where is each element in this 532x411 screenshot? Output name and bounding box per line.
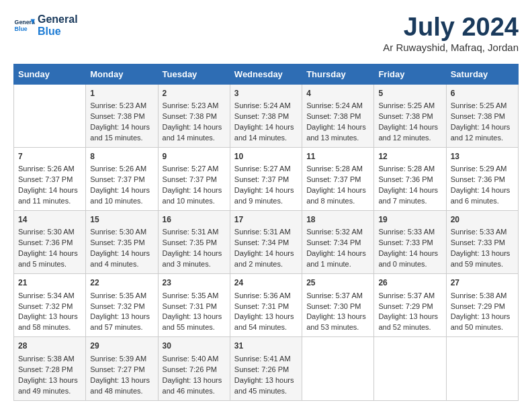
day-info: and 57 minutes. (90, 322, 153, 333)
day-info: Daylight: 14 hours (90, 122, 153, 133)
day-info: Daylight: 14 hours (306, 248, 369, 259)
calendar-cell: 15Sunrise: 5:30 AMSunset: 7:35 PMDayligh… (86, 211, 158, 274)
day-info: Sunset: 7:37 PM (163, 175, 226, 185)
day-info: Sunset: 7:26 PM (234, 365, 298, 375)
day-info: Daylight: 14 hours (306, 185, 369, 196)
day-info: Daylight: 14 hours (90, 185, 153, 196)
calendar-cell: 18Sunrise: 5:32 AMSunset: 7:34 PMDayligh… (302, 211, 374, 274)
day-info: and 53 minutes. (306, 322, 369, 333)
day-info: Sunrise: 5:36 AM (234, 291, 298, 302)
weekday-header-tuesday: Tuesday (158, 64, 230, 84)
calendar-cell: 27Sunrise: 5:38 AMSunset: 7:29 PMDayligh… (446, 274, 518, 337)
day-info: Sunrise: 5:28 AM (306, 164, 369, 175)
day-info: Daylight: 14 hours (306, 122, 369, 133)
day-info: Daylight: 14 hours (234, 185, 298, 196)
day-info: Sunrise: 5:37 AM (378, 291, 441, 302)
calendar-cell: 17Sunrise: 5:31 AMSunset: 7:34 PMDayligh… (230, 211, 302, 274)
day-info: Sunset: 7:38 PM (90, 111, 153, 122)
day-info: and 54 minutes. (234, 322, 298, 333)
day-info: Sunrise: 5:31 AM (234, 227, 298, 238)
day-info: and 11 minutes. (18, 196, 81, 207)
week-row-2: 7Sunrise: 5:26 AMSunset: 7:37 PMDaylight… (14, 147, 519, 210)
logo: General Blue General Blue (13, 13, 78, 37)
day-info: Daylight: 14 hours (163, 248, 226, 259)
day-number: 24 (234, 277, 298, 289)
day-info: Daylight: 14 hours (163, 185, 226, 196)
calendar-cell: 6Sunrise: 5:25 AMSunset: 7:38 PMDaylight… (446, 84, 518, 147)
day-info: Sunrise: 5:38 AM (18, 354, 81, 365)
day-info: and 7 minutes. (378, 196, 441, 207)
calendar-cell: 20Sunrise: 5:33 AMSunset: 7:33 PMDayligh… (446, 211, 518, 274)
page-header: General Blue General Blue July 2024 Ar R… (13, 13, 519, 53)
day-info: Daylight: 14 hours (18, 185, 81, 196)
calendar-cell: 3Sunrise: 5:24 AMSunset: 7:38 PMDaylight… (230, 84, 302, 147)
day-info: Daylight: 13 hours (234, 375, 298, 386)
calendar-cell: 14Sunrise: 5:30 AMSunset: 7:36 PMDayligh… (14, 211, 86, 274)
day-number: 5 (378, 88, 441, 99)
calendar-cell: 7Sunrise: 5:26 AMSunset: 7:37 PMDaylight… (14, 147, 86, 210)
day-info: Sunset: 7:31 PM (234, 302, 298, 312)
weekday-header-monday: Monday (86, 64, 158, 84)
day-info: and 8 minutes. (306, 196, 369, 207)
day-number: 27 (451, 277, 514, 289)
calendar-cell: 12Sunrise: 5:28 AMSunset: 7:36 PMDayligh… (374, 147, 446, 210)
day-info: Daylight: 14 hours (378, 122, 441, 133)
day-info: Sunset: 7:38 PM (378, 111, 441, 122)
day-info: Sunset: 7:37 PM (234, 175, 298, 185)
day-info: Sunrise: 5:23 AM (90, 101, 153, 111)
calendar-cell: 21Sunrise: 5:34 AMSunset: 7:32 PMDayligh… (14, 274, 86, 337)
day-info: Sunset: 7:32 PM (90, 302, 153, 312)
calendar-cell: 24Sunrise: 5:36 AMSunset: 7:31 PMDayligh… (230, 274, 302, 337)
day-info: Daylight: 13 hours (163, 375, 226, 386)
location: Ar Ruwayshid, Mafraq, Jordan (383, 42, 519, 53)
day-info: Daylight: 14 hours (163, 122, 226, 133)
day-info: Sunrise: 5:27 AM (234, 164, 298, 175)
day-info: Sunrise: 5:38 AM (451, 291, 514, 302)
day-info: Sunset: 7:38 PM (163, 111, 226, 122)
calendar-cell: 16Sunrise: 5:31 AMSunset: 7:35 PMDayligh… (158, 211, 230, 274)
day-info: Sunrise: 5:25 AM (378, 101, 441, 111)
day-info: and 5 minutes. (18, 259, 81, 270)
day-number: 1 (90, 88, 153, 99)
calendar-cell (302, 337, 374, 400)
day-info: Sunrise: 5:33 AM (451, 227, 514, 238)
day-info: Sunrise: 5:26 AM (90, 164, 153, 175)
day-number: 29 (90, 340, 153, 352)
day-info: and 55 minutes. (163, 322, 226, 333)
calendar-cell: 29Sunrise: 5:39 AMSunset: 7:27 PMDayligh… (86, 337, 158, 400)
day-number: 6 (451, 88, 514, 99)
day-number: 10 (234, 151, 298, 163)
day-info: Sunset: 7:35 PM (163, 238, 226, 248)
day-number: 19 (378, 214, 441, 226)
day-number: 13 (451, 151, 514, 163)
day-info: Daylight: 13 hours (306, 312, 369, 322)
day-info: and 10 minutes. (163, 196, 226, 207)
day-info: Daylight: 13 hours (234, 312, 298, 322)
day-info: Sunrise: 5:28 AM (378, 164, 441, 175)
calendar-cell: 8Sunrise: 5:26 AMSunset: 7:37 PMDaylight… (86, 147, 158, 210)
day-info: Sunset: 7:27 PM (90, 365, 153, 375)
day-info: and 13 minutes. (306, 133, 369, 144)
weekday-header-sunday: Sunday (14, 64, 86, 84)
day-info: and 4 minutes. (90, 259, 153, 270)
day-number: 2 (163, 88, 226, 99)
week-row-1: 1Sunrise: 5:23 AMSunset: 7:38 PMDaylight… (14, 84, 519, 147)
calendar-cell: 25Sunrise: 5:37 AMSunset: 7:30 PMDayligh… (302, 274, 374, 337)
day-info: Sunrise: 5:35 AM (90, 291, 153, 302)
calendar-cell: 4Sunrise: 5:24 AMSunset: 7:38 PMDaylight… (302, 84, 374, 147)
day-info: and 45 minutes. (234, 386, 298, 397)
day-info: and 58 minutes. (18, 322, 81, 333)
logo-icon: General Blue (13, 15, 35, 36)
day-info: Sunset: 7:36 PM (18, 238, 81, 248)
calendar-table: SundayMondayTuesdayWednesdayThursdayFrid… (13, 64, 519, 401)
calendar-cell: 26Sunrise: 5:37 AMSunset: 7:29 PMDayligh… (374, 274, 446, 337)
day-info: Daylight: 13 hours (451, 248, 514, 259)
day-info: Sunrise: 5:27 AM (163, 164, 226, 175)
day-info: and 46 minutes. (163, 386, 226, 397)
calendar-cell: 5Sunrise: 5:25 AMSunset: 7:38 PMDaylight… (374, 84, 446, 147)
weekday-header-saturday: Saturday (446, 64, 518, 84)
weekday-header-friday: Friday (374, 64, 446, 84)
calendar-cell: 28Sunrise: 5:38 AMSunset: 7:28 PMDayligh… (14, 337, 86, 400)
calendar-cell: 1Sunrise: 5:23 AMSunset: 7:38 PMDaylight… (86, 84, 158, 147)
calendar-cell: 30Sunrise: 5:40 AMSunset: 7:26 PMDayligh… (158, 337, 230, 400)
